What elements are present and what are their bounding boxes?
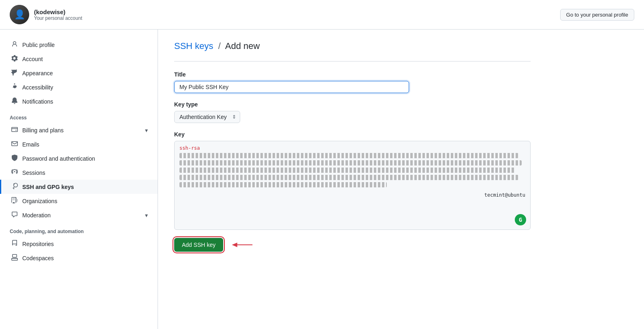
title-label: Title: [174, 71, 531, 78]
sidebar-section-access: Access: [0, 108, 158, 123]
sidebar-section-code: Code, planning, and automation: [0, 222, 158, 237]
sidebar-item-notifications[interactable]: Notifications: [0, 94, 158, 108]
key-type-select[interactable]: Authentication Key Signing Key: [174, 111, 240, 123]
sidebar-link-moderation[interactable]: Moderation ▾: [0, 208, 158, 222]
key-label: Key: [174, 131, 531, 138]
credit-card-icon: [11, 126, 18, 134]
org-icon: [11, 197, 18, 205]
sidebar-label-account: Account: [22, 56, 43, 62]
username-display: (kodewise): [34, 8, 82, 15]
paintbrush-icon: [11, 69, 18, 77]
sidebar-label-moderation: Moderation: [22, 212, 51, 219]
sidebar-link-repositories[interactable]: Repositories: [0, 237, 158, 251]
ssh-rsa-prefix: ssh-rsa: [179, 145, 200, 151]
blurred-key-line-1: [179, 153, 518, 158]
sidebar-label-password-auth: Password and authentication: [22, 155, 95, 162]
key-type-field-group: Key type Authentication Key Signing Key …: [174, 101, 531, 123]
sidebar-item-accessibility[interactable]: Accessibility: [0, 80, 158, 94]
grammarly-icon: G: [515, 214, 526, 225]
sidebar-item-password-auth[interactable]: Password and authentication: [0, 151, 158, 166]
breadcrumb-current: Add new: [225, 41, 260, 51]
blurred-key-line-4: [179, 175, 518, 180]
top-header: 👤 (kodewise) Your personal account Go to…: [0, 0, 644, 30]
shield-icon: [11, 155, 18, 162]
mail-icon: [11, 140, 18, 148]
user-info: (kodewise) Your personal account: [34, 8, 82, 21]
sidebar-item-public-profile[interactable]: Public profile: [0, 38, 158, 52]
blurred-key-line-5: [179, 182, 387, 187]
key-type-label: Key type: [174, 101, 531, 108]
chevron-down-icon: ▾: [145, 127, 148, 134]
key-type-select-wrapper: Authentication Key Signing Key ⇕: [174, 111, 240, 123]
avatar: 👤: [10, 5, 29, 24]
breadcrumb-link[interactable]: SSH keys: [174, 41, 213, 51]
codespaces-icon: [11, 254, 18, 262]
avatar-image: 👤: [10, 5, 29, 24]
sidebar-label-emails: Emails: [22, 141, 39, 148]
button-area: Add SSH key: [174, 238, 531, 252]
broadcast-icon: [11, 169, 18, 176]
blurred-key-line-2: [179, 160, 522, 166]
add-ssh-key-button[interactable]: Add SSH key: [174, 238, 223, 252]
key-email: tecmint@ubuntu: [484, 192, 525, 198]
sidebar-nav: Public profile Account Appearance: [0, 38, 158, 265]
sidebar: Public profile Account Appearance: [0, 30, 158, 329]
section-label-access: Access: [0, 108, 158, 123]
gear-icon: [11, 55, 18, 63]
sidebar-label-notifications: Notifications: [22, 98, 53, 105]
sidebar-link-billing[interactable]: Billing and plans ▾: [0, 123, 158, 137]
sidebar-item-moderation[interactable]: Moderation ▾: [0, 208, 158, 222]
key-field-group: Key ssh-rsa tecmint@ubuntu G: [174, 131, 531, 230]
section-divider: [174, 61, 531, 62]
sidebar-label-ssh-gpg: SSH and GPG keys: [22, 184, 74, 190]
page-breadcrumb: SSH keys / Add new: [174, 41, 531, 51]
main-layout: Public profile Account Appearance: [0, 30, 644, 329]
sidebar-link-codespaces[interactable]: Codespaces: [0, 251, 158, 265]
sidebar-link-notifications[interactable]: Notifications: [0, 94, 158, 108]
chevron-down-icon-2: ▾: [145, 212, 148, 219]
person-icon: [11, 41, 18, 49]
arrow-svg: [230, 239, 254, 251]
sidebar-item-emails[interactable]: Emails: [0, 137, 158, 151]
sidebar-link-organizations[interactable]: Organizations: [0, 194, 158, 208]
header-user-section: 👤 (kodewise) Your personal account: [10, 5, 82, 24]
comment-icon: [11, 211, 18, 219]
sidebar-link-accessibility[interactable]: Accessibility: [0, 80, 158, 94]
sidebar-item-codespaces[interactable]: Codespaces: [0, 251, 158, 265]
blurred-key-line-3: [179, 168, 515, 173]
sidebar-link-password-auth[interactable]: Password and authentication: [0, 151, 158, 166]
sidebar-item-sessions[interactable]: Sessions: [0, 166, 158, 180]
repo-icon: [11, 240, 18, 248]
sidebar-item-organizations[interactable]: Organizations: [0, 194, 158, 208]
sidebar-item-ssh-gpg[interactable]: SSH and GPG keys: [0, 180, 158, 194]
sidebar-link-ssh-gpg[interactable]: SSH and GPG keys: [0, 180, 158, 194]
sidebar-label-codespaces: Codespaces: [22, 255, 54, 261]
sidebar-link-appearance[interactable]: Appearance: [0, 66, 158, 80]
sidebar-label-appearance: Appearance: [22, 70, 53, 76]
account-subtext: Your personal account: [34, 15, 82, 21]
section-label-code: Code, planning, and automation: [0, 222, 158, 237]
sidebar-link-public-profile[interactable]: Public profile: [0, 38, 158, 52]
sidebar-label-organizations: Organizations: [22, 198, 57, 204]
bell-icon: [11, 98, 18, 105]
arrow-indicator: [230, 239, 254, 251]
sidebar-item-billing[interactable]: Billing and plans ▾: [0, 123, 158, 137]
goto-profile-button[interactable]: Go to your personal profile: [560, 9, 634, 21]
sidebar-link-sessions[interactable]: Sessions: [0, 166, 158, 180]
breadcrumb-separator: /: [218, 41, 221, 51]
sidebar-label-sessions: Sessions: [22, 170, 45, 176]
title-field-group: Title: [174, 71, 531, 93]
sidebar-label-public-profile: Public profile: [22, 42, 55, 48]
key-icon: [11, 183, 18, 191]
sidebar-link-account[interactable]: Account: [0, 52, 158, 66]
sidebar-label-repositories: Repositories: [22, 241, 54, 247]
key-textarea-container: ssh-rsa tecmint@ubuntu G: [174, 141, 531, 230]
sidebar-item-account[interactable]: Account: [0, 52, 158, 66]
sidebar-link-emails[interactable]: Emails: [0, 137, 158, 151]
sidebar-item-appearance[interactable]: Appearance: [0, 66, 158, 80]
sidebar-label-accessibility: Accessibility: [22, 84, 53, 91]
title-input[interactable]: [174, 81, 409, 93]
sidebar-item-repositories[interactable]: Repositories: [0, 237, 158, 251]
accessibility-icon: [11, 83, 18, 91]
main-content: SSH keys / Add new Title Key type Authen…: [158, 30, 547, 329]
